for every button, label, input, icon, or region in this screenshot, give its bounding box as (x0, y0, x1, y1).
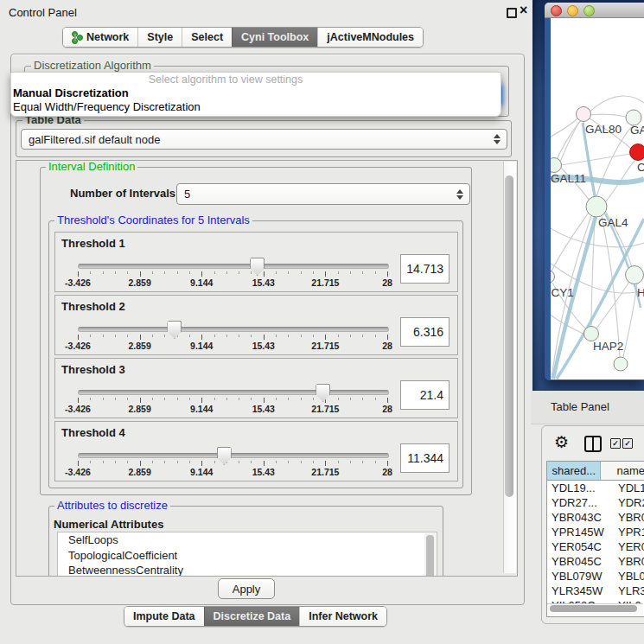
dropdown-option-equal-width[interactable]: Equal Width/Frequency Discretization (11, 100, 501, 114)
columns-icon[interactable] (584, 436, 602, 452)
network-node[interactable] (551, 271, 555, 284)
slider-tick (239, 398, 239, 400)
close-icon[interactable]: × (520, 3, 527, 18)
threshold-value-field[interactable]: 6.316 (400, 317, 450, 347)
tab-impute-data[interactable]: Impute Data (124, 607, 204, 626)
num-intervals-combobox[interactable]: 5 (176, 183, 470, 205)
slider-tick (201, 335, 202, 340)
slider-tick (103, 271, 104, 274)
threshold-value-field[interactable]: 11.344 (400, 443, 450, 473)
network-canvas[interactable]: GAL80GALCGAL11GAL4GCY1HHAP2 (551, 18, 644, 379)
network-edge[interactable] (596, 282, 629, 328)
table-row[interactable]: YBR043CYBR0 (547, 510, 644, 525)
network-edge[interactable] (551, 118, 577, 139)
table-h-scrollbar-thumb[interactable] (550, 605, 637, 612)
network-edge[interactable] (623, 284, 637, 357)
slider-tick (313, 335, 314, 337)
network-edge[interactable] (561, 154, 630, 165)
attribute-item[interactable]: SelfLoops (58, 532, 437, 548)
column-header-name[interactable]: name (601, 462, 644, 480)
table-cell: YER0 (613, 539, 644, 554)
slider-tick (90, 398, 91, 400)
checkbox-icon[interactable]: ✓ (610, 438, 621, 449)
table-cell: YPR145W (547, 525, 613, 539)
attribute-item[interactable]: BetweennessCentrality (58, 563, 437, 577)
zoom-button[interactable] (583, 5, 595, 16)
float-window-icon[interactable] (507, 8, 517, 18)
panel-scrollbar-thumb[interactable] (505, 175, 513, 497)
slider-track[interactable] (78, 264, 389, 269)
table-row[interactable]: YBL079WYBL0 (547, 569, 644, 583)
table-data-combobox[interactable]: galFiltered.sif default node (21, 129, 507, 150)
num-intervals-label: Number of Intervals (70, 187, 175, 200)
slider-tick (338, 271, 339, 274)
network-node[interactable] (614, 357, 628, 371)
column-header-shared-name[interactable]: shared... (547, 462, 601, 480)
threshold-slider[interactable]: -3.4262.8599.14415.4321.71528 (55, 359, 457, 418)
slider-track[interactable] (78, 327, 389, 332)
network-edge[interactable] (560, 121, 580, 162)
dropdown-option-manual[interactable]: Manual Discretization (11, 86, 501, 100)
table-row[interactable]: YLR345WYLR3 (547, 583, 644, 598)
threshold-value-field[interactable]: 14.713 (400, 254, 450, 284)
tab-jactivemnodules[interactable]: jActiveMNodules (317, 28, 423, 47)
threshold-slider[interactable]: -3.4262.8599.14415.4321.71528 (55, 296, 457, 354)
slider-track[interactable] (78, 453, 389, 458)
slider-thumb[interactable] (167, 321, 182, 339)
slider-tick-label: 28 (382, 277, 392, 288)
table-row[interactable]: YER054CYER0 (547, 539, 644, 554)
toolbox-tab-strip: Network Style Select Cyni Toolbox jActiv… (62, 27, 424, 48)
attributes-group-title: Attributes to discretize (54, 500, 170, 511)
network-edge[interactable] (590, 114, 626, 117)
minimize-button[interactable] (567, 5, 578, 16)
table-row[interactable]: YDL19...YDL1 (547, 481, 644, 495)
node-label: GAL11 (551, 172, 586, 185)
tab-cyni-toolbox[interactable]: Cyni Toolbox (232, 28, 317, 47)
table-row[interactable]: YDR27...YDR2 (547, 495, 644, 510)
slider-tick-label: 21.715 (311, 277, 339, 288)
thresholds-group-title: Threshold's Coordinates for 5 Intervals (54, 214, 252, 226)
slider-tick-label: 9.144 (190, 341, 213, 351)
network-node[interactable] (626, 266, 644, 284)
table-row[interactable]: YBR045CYBR0 (547, 554, 644, 569)
apply-button[interactable]: Apply (218, 578, 275, 599)
network-window-titlebar[interactable] (545, 3, 644, 18)
slider-track[interactable] (78, 390, 389, 395)
slider-tick-label: -3.426 (65, 277, 91, 288)
slider-tick (115, 461, 116, 463)
slider-tick (115, 335, 116, 337)
gear-icon[interactable]: ⚙ (554, 432, 569, 452)
tab-select[interactable]: Select (182, 28, 232, 47)
slider-thumb[interactable] (250, 258, 265, 276)
close-button[interactable] (551, 5, 562, 16)
threshold-slider[interactable]: -3.4262.8599.14415.4321.71528 (55, 233, 457, 291)
network-node[interactable] (630, 144, 644, 161)
slider-tick (375, 271, 376, 274)
tab-discretize-data[interactable]: Discretize Data (204, 607, 300, 626)
tab-style[interactable]: Style (137, 28, 182, 47)
network-node[interactable] (586, 196, 607, 217)
network-node[interactable] (584, 327, 599, 341)
checkbox-icon[interactable]: ✓ (622, 438, 633, 449)
threshold-slider[interactable]: -3.4262.8599.14415.4321.71528 (55, 422, 457, 481)
network-node[interactable] (577, 107, 591, 122)
tab-network[interactable]: Network (63, 28, 137, 47)
slider-tick (177, 461, 178, 463)
node-label: GAL80 (585, 123, 622, 136)
list-scrollbar[interactable] (424, 533, 436, 577)
slider-tick-label: 2.859 (128, 341, 150, 351)
slider-tick (90, 461, 91, 463)
slider-tick (164, 398, 165, 400)
network-node[interactable] (551, 158, 562, 173)
table-row[interactable]: YPR145WYPR1 (547, 525, 644, 539)
numerical-attributes-list[interactable]: SelfLoopsTopologicalCoefficientBetweenne… (57, 532, 437, 577)
attribute-item[interactable]: TopologicalCoefficient (58, 548, 437, 564)
threshold-value-field[interactable]: 21.4 (400, 380, 450, 410)
tab-infer-network[interactable]: Infer Network (299, 607, 386, 626)
slider-tick (350, 461, 351, 463)
slider-tick (313, 271, 314, 274)
slider-thumb[interactable] (217, 447, 232, 465)
list-scrollbar-thumb[interactable] (426, 535, 434, 577)
slider-tick (115, 271, 116, 274)
slider-thumb[interactable] (316, 384, 330, 402)
